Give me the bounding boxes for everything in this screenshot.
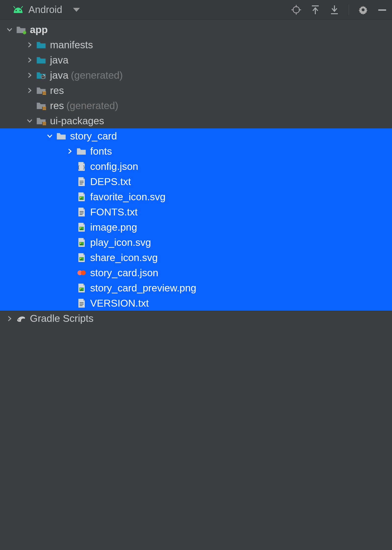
tree-node-imagepng[interactable]: image.png — [0, 220, 392, 235]
tree-node-label: manifests — [50, 39, 93, 51]
image-file-icon — [76, 191, 87, 202]
chevron-right-icon[interactable] — [3, 315, 16, 322]
project-tree[interactable]: appmanifestsjavajava(generated)resres(ge… — [0, 20, 392, 550]
folder-teal-gen-icon — [36, 70, 47, 81]
android-logo-icon — [12, 6, 24, 13]
chevron-right-icon[interactable] — [24, 42, 36, 48]
chevron-right-icon[interactable] — [24, 87, 36, 94]
image-file-icon — [76, 222, 87, 233]
svg-point-3 — [20, 10, 21, 11]
txt-file-icon — [76, 207, 87, 217]
chevron-right-icon[interactable] — [24, 72, 36, 78]
tree-node-version[interactable]: VERSION.txt — [0, 296, 392, 311]
target-icon[interactable] — [291, 5, 301, 15]
tree-node-app[interactable]: app — [0, 22, 392, 37]
tree-node-res[interactable]: res — [0, 83, 392, 98]
tree-node-label: res — [50, 85, 64, 96]
expand-all-icon[interactable] — [310, 5, 320, 15]
tree-node-playicon[interactable]: play_icon.svg — [0, 235, 392, 250]
txt-file-icon — [76, 176, 87, 187]
module-folder-icon — [16, 24, 26, 35]
resource-folder-icon — [36, 115, 47, 126]
tree-node-shareicon[interactable]: share_icon.svg — [0, 250, 392, 265]
svg-rect-14 — [378, 9, 386, 11]
tree-node-label: fonts — [90, 146, 112, 157]
project-panel: Android appmanifestsjavajava(generated)r… — [0, 0, 392, 550]
chevron-down-icon[interactable] — [24, 118, 36, 124]
toolbar-divider — [349, 4, 349, 15]
tree-node-label: FONTS.txt — [90, 206, 138, 218]
svg-point-4 — [293, 7, 299, 13]
tree-node-fontstxt[interactable]: FONTS.txt — [0, 204, 392, 220]
gear-icon[interactable] — [358, 5, 368, 15]
tree-node-label: ui-packages — [50, 115, 104, 127]
svg-point-13 — [362, 8, 365, 11]
tree-node-label: java — [50, 54, 68, 66]
folder-sel-icon — [56, 131, 67, 141]
project-toolbar: Android — [0, 0, 392, 20]
chevron-down-icon — [73, 8, 80, 12]
figma-file-icon — [76, 267, 87, 278]
image-file-icon — [76, 237, 87, 248]
collapse-all-icon[interactable] — [330, 5, 339, 15]
tree-node-ui-packages[interactable]: ui-packages — [0, 113, 392, 128]
tree-node-label: play_icon.svg — [90, 237, 151, 248]
json-file-icon — [76, 161, 87, 172]
tree-node-gradle[interactable]: Gradle Scripts — [0, 311, 392, 326]
tree-node-label: story_card.json — [90, 267, 158, 279]
tree-node-deps[interactable]: DEPS.txt — [0, 174, 392, 189]
tree-node-storyjson[interactable]: story_card.json — [0, 265, 392, 280]
gradle-icon — [16, 313, 26, 324]
svg-point-2 — [16, 10, 17, 11]
tree-node-fonts[interactable]: fonts — [0, 144, 392, 159]
tree-node-label: Gradle Scripts — [30, 313, 94, 324]
tree-node-suffix: (generated) — [66, 100, 118, 112]
folder-sel-icon — [76, 146, 87, 157]
toolbar-actions — [291, 4, 387, 15]
tree-node-res-gen[interactable]: res(generated) — [0, 98, 392, 113]
tree-node-label: favorite_icon.svg — [90, 191, 166, 203]
tree-node-label: res — [50, 100, 64, 112]
tree-node-label: share_icon.svg — [90, 252, 158, 263]
image-file-icon — [76, 283, 87, 293]
tree-node-favicon[interactable]: favorite_icon.svg — [0, 189, 392, 204]
tree-node-config[interactable]: config.json — [0, 159, 392, 174]
tree-node-preview[interactable]: story_card_preview.png — [0, 280, 392, 296]
tree-node-label: image.png — [90, 222, 137, 233]
folder-teal-icon — [36, 39, 47, 50]
tree-node-story_card[interactable]: story_card — [0, 128, 392, 144]
view-selector[interactable]: Android — [12, 4, 80, 15]
chevron-down-icon[interactable] — [44, 133, 56, 139]
folder-teal-icon — [36, 55, 47, 65]
tree-node-label: story_card_preview.png — [90, 282, 196, 294]
tree-node-label: DEPS.txt — [90, 176, 131, 188]
minimize-icon[interactable] — [377, 5, 387, 15]
tree-node-label: story_card — [70, 130, 117, 142]
chevron-down-icon[interactable] — [3, 26, 16, 33]
tree-node-java[interactable]: java — [0, 52, 392, 68]
view-name-label: Android — [28, 4, 62, 15]
tree-node-label: app — [30, 24, 48, 36]
tree-node-java-gen[interactable]: java(generated) — [0, 68, 392, 83]
svg-line-1 — [21, 6, 23, 8]
txt-file-icon — [76, 298, 87, 309]
chevron-right-icon[interactable] — [24, 57, 36, 63]
tree-node-manifests[interactable]: manifests — [0, 37, 392, 52]
resource-folder-icon — [36, 85, 47, 96]
tree-node-suffix: (generated) — [71, 70, 123, 81]
svg-line-0 — [14, 6, 15, 8]
resource-folder-icon — [36, 100, 47, 111]
tree-node-label: VERSION.txt — [90, 298, 149, 309]
tree-node-label: java — [50, 70, 68, 81]
image-file-icon — [76, 252, 87, 263]
chevron-right-icon[interactable] — [64, 148, 76, 154]
tree-node-label: config.json — [90, 161, 138, 172]
